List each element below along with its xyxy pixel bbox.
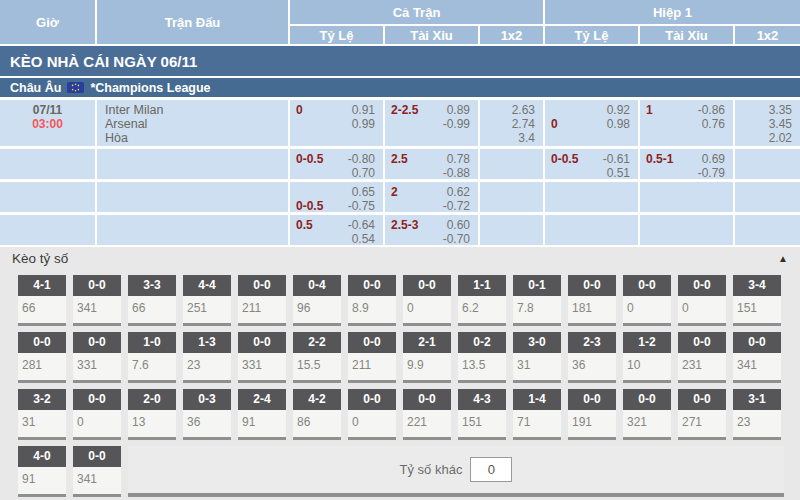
score-cell[interactable]: 0-0211 bbox=[238, 275, 286, 326]
odds-value[interactable]: -0.61 bbox=[603, 152, 630, 166]
score-cell[interactable]: 0-0231 bbox=[678, 332, 726, 383]
score-odds-value[interactable]: 91 bbox=[18, 467, 66, 486]
score-cell[interactable]: 0-00 bbox=[73, 389, 121, 440]
score-cell[interactable]: 4-091 bbox=[18, 446, 66, 497]
score-odds-value[interactable]: 71 bbox=[513, 410, 561, 429]
score-cell[interactable]: 1-16.2 bbox=[458, 275, 506, 326]
odds-value[interactable]: 0.70 bbox=[352, 166, 375, 179]
score-cell[interactable]: 0-0221 bbox=[403, 389, 451, 440]
score-cell[interactable]: 2-491 bbox=[238, 389, 286, 440]
odds-value[interactable]: 0.69 bbox=[702, 152, 725, 166]
score-odds-value[interactable]: 0 bbox=[348, 410, 396, 429]
score-odds-value[interactable]: 9.9 bbox=[403, 353, 451, 372]
score-cell[interactable]: 0-336 bbox=[183, 389, 231, 440]
score-cell[interactable]: 0-0211 bbox=[348, 332, 396, 383]
score-cell[interactable]: 2-215.5 bbox=[293, 332, 341, 383]
score-odds-value[interactable]: 13.5 bbox=[458, 353, 506, 372]
score-odds-value[interactable]: 0 bbox=[73, 410, 121, 429]
score-odds-value[interactable]: 211 bbox=[238, 296, 286, 315]
score-odds-value[interactable]: 331 bbox=[73, 353, 121, 372]
score-odds-value[interactable]: 151 bbox=[458, 410, 506, 429]
other-score-input[interactable]: 0 bbox=[470, 457, 512, 482]
odds-value[interactable]: 0.91 bbox=[352, 103, 375, 117]
score-odds-value[interactable]: 6.2 bbox=[458, 296, 506, 315]
score-cell[interactable]: 0-0341 bbox=[733, 332, 781, 383]
score-cell[interactable]: 3-123 bbox=[733, 389, 781, 440]
score-cell[interactable]: 2-19.9 bbox=[403, 332, 451, 383]
score-cell[interactable]: 0-0191 bbox=[568, 389, 616, 440]
score-odds-value[interactable]: 36 bbox=[568, 353, 616, 372]
score-cell[interactable]: 4-4251 bbox=[183, 275, 231, 326]
score-cell[interactable]: 0-0341 bbox=[73, 275, 121, 326]
score-cell[interactable]: 4-286 bbox=[293, 389, 341, 440]
odds-value[interactable]: 0.89 bbox=[447, 103, 470, 117]
score-odds-value[interactable]: 341 bbox=[73, 467, 121, 486]
score-odds-value[interactable]: 23 bbox=[183, 353, 231, 372]
odds-value[interactable]: 2.74 bbox=[512, 117, 535, 131]
score-odds-value[interactable]: 221 bbox=[403, 410, 451, 429]
score-odds-value[interactable]: 281 bbox=[18, 353, 66, 372]
odds-value[interactable]: 0.54 bbox=[352, 232, 375, 245]
score-cell[interactable]: 2-013 bbox=[128, 389, 176, 440]
score-odds-value[interactable]: 66 bbox=[18, 296, 66, 315]
odds-value[interactable]: -0.70 bbox=[443, 232, 470, 245]
odds-value[interactable]: 0.65 bbox=[352, 185, 375, 199]
odds-value[interactable]: 3.45 bbox=[769, 117, 792, 131]
score-odds-value[interactable]: 191 bbox=[568, 410, 616, 429]
score-odds-value[interactable]: 31 bbox=[18, 410, 66, 429]
score-cell[interactable]: 2-336 bbox=[568, 332, 616, 383]
score-cell[interactable]: 3-231 bbox=[18, 389, 66, 440]
score-odds-value[interactable]: 86 bbox=[293, 410, 341, 429]
score-cell[interactable]: 0-17.8 bbox=[513, 275, 561, 326]
odds-value[interactable]: -0.80 bbox=[348, 152, 375, 166]
odds-value[interactable]: 0.51 bbox=[607, 166, 630, 179]
score-odds-value[interactable]: 8.9 bbox=[348, 296, 396, 315]
score-odds-value[interactable]: 0 bbox=[678, 296, 726, 315]
score-odds-value[interactable]: 0 bbox=[623, 296, 671, 315]
score-cell[interactable]: 0-213.5 bbox=[458, 332, 506, 383]
score-odds-value[interactable]: 66 bbox=[128, 296, 176, 315]
score-cell[interactable]: 1-210 bbox=[623, 332, 671, 383]
odds-value[interactable]: 0.98 bbox=[607, 117, 630, 131]
score-section-header[interactable]: Kèo tỷ số ▲ bbox=[0, 247, 800, 269]
odds-value[interactable]: 0.62 bbox=[447, 185, 470, 199]
score-cell[interactable]: 0-00 bbox=[623, 275, 671, 326]
score-odds-value[interactable]: 7.6 bbox=[128, 353, 176, 372]
score-odds-value[interactable]: 10 bbox=[623, 353, 671, 372]
score-cell[interactable]: 1-07.6 bbox=[128, 332, 176, 383]
odds-value[interactable]: -0.99 bbox=[443, 117, 470, 131]
score-cell[interactable]: 0-0281 bbox=[18, 332, 66, 383]
odds-value[interactable]: 0.76 bbox=[702, 117, 725, 131]
score-odds-value[interactable]: 321 bbox=[623, 410, 671, 429]
score-odds-value[interactable]: 341 bbox=[733, 353, 781, 372]
score-cell[interactable]: 0-00 bbox=[403, 275, 451, 326]
score-odds-value[interactable]: 331 bbox=[238, 353, 286, 372]
score-cell[interactable]: 0-0341 bbox=[73, 446, 121, 497]
score-cell[interactable]: 0-08.9 bbox=[348, 275, 396, 326]
score-cell[interactable]: 0-0321 bbox=[623, 389, 671, 440]
score-odds-value[interactable]: 31 bbox=[513, 353, 561, 372]
score-odds-value[interactable]: 151 bbox=[733, 296, 781, 315]
odds-value[interactable]: -0.72 bbox=[443, 199, 470, 212]
odds-value[interactable]: -0.64 bbox=[348, 218, 375, 232]
score-cell[interactable]: 0-0331 bbox=[73, 332, 121, 383]
score-cell[interactable]: 4-166 bbox=[18, 275, 66, 326]
score-odds-value[interactable]: 15.5 bbox=[293, 353, 341, 372]
score-odds-value[interactable]: 7.8 bbox=[513, 296, 561, 315]
odds-value[interactable]: 0.99 bbox=[352, 117, 375, 131]
score-cell[interactable]: 0-0331 bbox=[238, 332, 286, 383]
odds-value[interactable]: 0.60 bbox=[447, 218, 470, 232]
score-odds-value[interactable]: 23 bbox=[733, 410, 781, 429]
odds-value[interactable]: -0.75 bbox=[348, 199, 375, 212]
score-odds-value[interactable]: 0 bbox=[403, 296, 451, 315]
odds-value[interactable]: -0.86 bbox=[698, 103, 725, 117]
score-odds-value[interactable]: 231 bbox=[678, 353, 726, 372]
score-odds-value[interactable]: 341 bbox=[73, 296, 121, 315]
league-bar[interactable]: Châu Âu *Champions League bbox=[0, 78, 800, 97]
odds-value[interactable]: -0.79 bbox=[698, 166, 725, 179]
score-cell[interactable]: 4-3151 bbox=[458, 389, 506, 440]
score-odds-value[interactable]: 211 bbox=[348, 353, 396, 372]
odds-value[interactable]: 2.63 bbox=[512, 103, 535, 117]
score-odds-value[interactable]: 96 bbox=[293, 296, 341, 315]
score-odds-value[interactable]: 36 bbox=[183, 410, 231, 429]
